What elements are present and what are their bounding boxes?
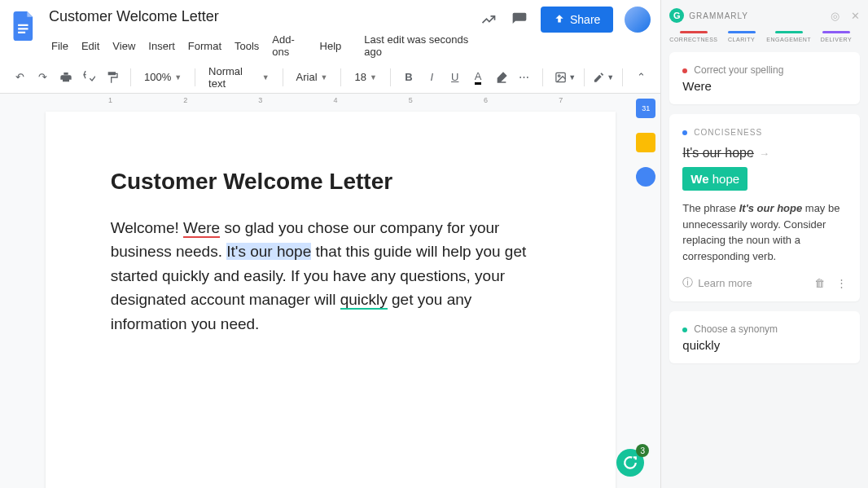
menu-view[interactable]: View bbox=[107, 37, 141, 55]
grammarly-panel: G GRAMMARLY ◎ ✕ CORRECTNESS CLARITY ENGA… bbox=[660, 0, 868, 488]
avatar[interactable] bbox=[625, 7, 651, 33]
paint-format-icon[interactable] bbox=[103, 66, 122, 89]
grammarly-title: GRAMMARLY bbox=[689, 11, 748, 20]
font-size[interactable]: 18▼ bbox=[349, 68, 381, 86]
svg-rect-2 bbox=[18, 32, 25, 33]
undo-icon[interactable]: ↶ bbox=[10, 66, 29, 89]
card-word: quickly bbox=[682, 338, 847, 352]
tab-engagement[interactable]: ENGAGEMENT bbox=[765, 31, 813, 42]
menu-insert[interactable]: Insert bbox=[142, 37, 181, 55]
suggestion-chip[interactable]: We hope bbox=[682, 167, 747, 191]
flag-clarity[interactable]: It's our hope bbox=[226, 243, 311, 260]
menu-tools[interactable]: Tools bbox=[229, 37, 265, 55]
trend-icon[interactable] bbox=[479, 10, 498, 29]
svg-rect-0 bbox=[18, 24, 28, 26]
more-icon[interactable]: ⋯ bbox=[515, 66, 534, 89]
docs-logo[interactable] bbox=[10, 7, 39, 46]
trash-icon[interactable]: 🗑 bbox=[814, 277, 825, 289]
card-word: Were bbox=[682, 79, 847, 93]
more-icon[interactable]: ⋮ bbox=[836, 277, 847, 289]
ruler[interactable]: 1 2 3 4 5 6 7 bbox=[0, 94, 660, 107]
grammarly-tabs: CORRECTNESS CLARITY ENGAGEMENT DELIVERY bbox=[669, 31, 860, 42]
card-conciseness[interactable]: CONCISENESS It's our hope→ We hope The p… bbox=[669, 114, 860, 301]
italic-icon[interactable]: I bbox=[422, 66, 441, 89]
close-icon[interactable]: ✕ bbox=[851, 10, 860, 22]
canvas: 1 2 3 4 5 6 7 Customer Welcome Letter We… bbox=[0, 94, 660, 488]
page[interactable]: Customer Welcome Letter Welcome! Were so… bbox=[46, 112, 616, 488]
editing-mode-icon[interactable]: ▼ bbox=[593, 66, 614, 89]
comment-icon[interactable] bbox=[510, 10, 529, 29]
doc-heading[interactable]: Customer Welcome Letter bbox=[111, 169, 550, 195]
dot-icon bbox=[682, 130, 687, 135]
dot-icon bbox=[682, 68, 687, 73]
style-dropdown[interactable]: Normal text▼ bbox=[204, 62, 274, 93]
doc-body[interactable]: Welcome! Were so glad you chose our comp… bbox=[111, 216, 550, 336]
tab-clarity[interactable]: CLARITY bbox=[718, 31, 765, 42]
text-color-icon[interactable]: A bbox=[468, 66, 488, 89]
share-button[interactable]: Share bbox=[541, 7, 613, 33]
toolbar: ↶ ↷ 100%▼ Normal text▼ Arial▼ 18▼ B I U … bbox=[0, 61, 660, 94]
right-sidebar: 31 bbox=[636, 99, 655, 187]
highlight-icon[interactable] bbox=[491, 66, 511, 89]
font-dropdown[interactable]: Arial▼ bbox=[292, 68, 333, 86]
underline-icon[interactable]: U bbox=[445, 66, 465, 89]
card-synonym[interactable]: Choose a synonym quickly bbox=[669, 311, 860, 363]
menu-format[interactable]: Format bbox=[182, 37, 227, 55]
card-spelling[interactable]: Correct your spelling Were bbox=[669, 52, 860, 104]
flag-spelling[interactable]: Were bbox=[183, 219, 220, 238]
bold-icon[interactable]: B bbox=[399, 66, 419, 89]
grammarly-fab[interactable]: 3 bbox=[616, 449, 644, 477]
grammarly-header: G GRAMMARLY ◎ ✕ bbox=[669, 8, 860, 23]
last-edit-text[interactable]: Last edit was seconds ago bbox=[358, 30, 479, 61]
flag-engagement[interactable]: quickly bbox=[340, 291, 388, 310]
tab-delivery[interactable]: DELIVERY bbox=[813, 31, 860, 42]
header: Customer Welcome Letter File Edit View I… bbox=[0, 0, 660, 61]
menu-help[interactable]: Help bbox=[314, 37, 348, 55]
svg-point-4 bbox=[559, 74, 561, 77]
tab-correctness[interactable]: CORRECTNESS bbox=[669, 31, 717, 42]
title-area: Customer Welcome Letter File Edit View I… bbox=[46, 7, 479, 61]
menu-edit[interactable]: Edit bbox=[76, 37, 105, 55]
fab-count: 3 bbox=[636, 444, 649, 457]
menu-file[interactable]: File bbox=[46, 37, 74, 55]
help-icon: ⓘ bbox=[682, 275, 693, 290]
dot-icon bbox=[682, 328, 687, 332]
print-icon[interactable] bbox=[56, 66, 76, 89]
arrow-icon: → bbox=[759, 147, 769, 160]
target-icon[interactable]: ◎ bbox=[831, 10, 840, 22]
header-right: Share bbox=[479, 7, 651, 33]
grammarly-logo[interactable]: G GRAMMARLY bbox=[669, 8, 748, 23]
strike-text: It's our hope bbox=[682, 146, 754, 160]
grammarly-mark-icon: G bbox=[669, 8, 684, 23]
expand-icon[interactable]: ⌃ bbox=[631, 66, 651, 89]
zoom-dropdown[interactable]: 100%▼ bbox=[139, 68, 186, 86]
learn-more[interactable]: ⓘLearn more bbox=[682, 275, 752, 290]
tasks-icon[interactable] bbox=[636, 167, 655, 187]
spellcheck-icon[interactable] bbox=[79, 66, 99, 89]
doc-title[interactable]: Customer Welcome Letter bbox=[46, 7, 479, 27]
svg-rect-1 bbox=[18, 28, 28, 29]
menu-bar: File Edit View Insert Format Tools Add-o… bbox=[46, 30, 479, 61]
redo-icon[interactable]: ↷ bbox=[33, 66, 52, 89]
image-tool-icon[interactable]: ▼ bbox=[555, 66, 576, 89]
menu-addons[interactable]: Add-ons bbox=[266, 30, 312, 61]
explanation: The phrase It's our hope may be unnecess… bbox=[682, 200, 847, 264]
keep-icon[interactable] bbox=[636, 133, 655, 152]
docs-app: Customer Welcome Letter File Edit View I… bbox=[0, 0, 660, 488]
calendar-icon[interactable]: 31 bbox=[636, 99, 655, 118]
share-label: Share bbox=[570, 13, 600, 26]
